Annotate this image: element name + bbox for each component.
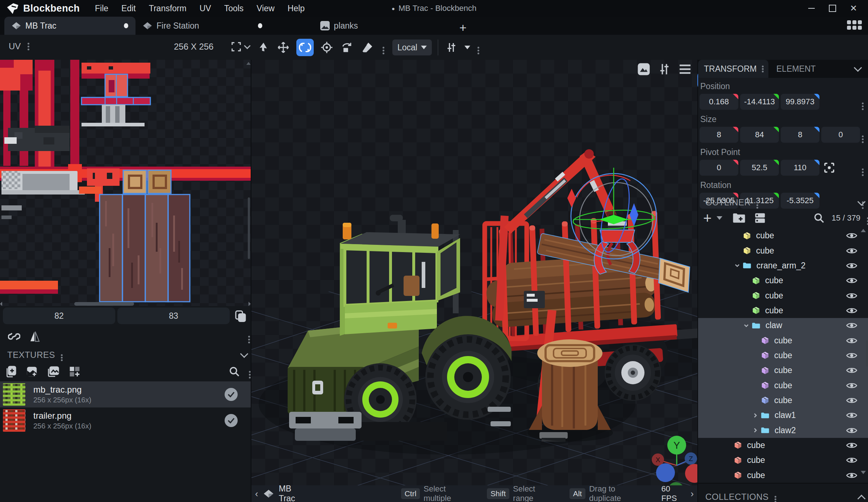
prev-view-chevron-icon[interactable]: ‹ [251,488,262,499]
viewport-sliders-icon[interactable] [658,63,671,75]
group-kebab-icon[interactable] [862,103,864,104]
add-dropdown-icon[interactable] [717,216,722,220]
outliner-row[interactable]: claw [698,318,868,333]
tab-element[interactable]: ELEMENT [776,60,816,78]
outliner-row[interactable]: cube [698,348,868,363]
add-group-icon[interactable] [733,213,746,223]
transform-tool-icon[interactable] [256,40,270,55]
visibility-eye-icon[interactable] [846,442,857,449]
outliner-kebab-icon[interactable] [756,202,758,204]
outliner-row[interactable]: crane_arm_2 [698,258,868,273]
outliner-row[interactable]: cube [698,363,868,378]
outliner-collapse-chevron-icon[interactable] [857,198,866,206]
visibility-eye-icon[interactable] [846,367,857,374]
visibility-eye-icon[interactable] [846,307,857,314]
import-images-icon[interactable] [47,366,59,377]
viewport-menu-icon[interactable] [679,64,692,75]
mirror-uv-icon[interactable] [30,331,40,342]
visibility-eye-icon[interactable] [846,472,857,479]
visibility-eye-icon[interactable] [846,247,857,255]
sliders-dropdown-icon[interactable] [464,46,470,49]
panel-collapse-chevron-icon[interactable] [854,64,862,72]
focus-pivot-icon[interactable] [821,160,837,176]
link-uv-icon[interactable] [8,331,20,342]
tools-kebab-icon[interactable] [383,47,384,49]
visibility-eye-icon[interactable] [846,382,857,389]
pivot-input[interactable]: 0 [700,160,738,176]
uv-y-input[interactable]: 83 [117,308,230,324]
move-tool-icon[interactable] [276,40,291,55]
outliner-row[interactable]: claw1 [698,408,868,423]
uv-menu-kebab-icon[interactable] [28,43,29,45]
visibility-eye-icon[interactable] [846,262,857,269]
apps-grid-icon[interactable] [847,20,863,33]
new-tab-button[interactable]: + [459,21,467,35]
outliner-row[interactable]: cube [698,468,868,483]
flip-tool-icon[interactable] [340,40,354,55]
rotate-tool-icon[interactable] [296,39,314,56]
menu-item[interactable]: Transform [143,1,192,16]
expand-chevron-icon[interactable] [743,322,752,329]
textures-kebab-icon[interactable] [61,354,63,356]
size-input[interactable]: 0 [821,127,860,143]
size-input[interactable]: 8 [781,127,819,143]
menu-item[interactable]: View [251,1,280,16]
size-input[interactable]: 84 [740,127,779,143]
group-kebab-icon[interactable] [862,168,864,170]
maximize-button[interactable] [825,1,840,15]
outliner-scrollbar[interactable] [866,340,868,367]
background-image-icon[interactable] [637,63,650,76]
import-texture-icon[interactable] [26,366,38,377]
create-texture-icon[interactable] [5,365,17,378]
outliner-row[interactable]: cube [698,228,868,243]
tab-fire-station[interactable]: Fire Station [135,17,270,35]
group-kebab-icon[interactable] [862,135,864,137]
outliner-row[interactable]: cube [698,453,868,468]
menu-item[interactable]: File [89,1,114,16]
outliner-row[interactable]: cube [698,288,868,303]
outliner-row[interactable]: cube [698,243,868,258]
next-view-chevron-icon[interactable]: › [687,488,697,499]
visibility-eye-icon[interactable] [846,337,857,344]
frame-dropdown-chevron-icon[interactable] [244,42,250,49]
outliner-row[interactable]: cube [698,378,868,393]
tab-mb-trac[interactable]: MB Trac [4,17,135,35]
menu-item[interactable]: Tools [218,1,250,16]
close-button[interactable]: ✕ [846,1,861,15]
texture-enabled-check-icon[interactable] [225,414,238,427]
visibility-eye-icon[interactable] [846,322,857,329]
toolbar-kebab-icon[interactable] [477,47,479,49]
pivot-tool-icon[interactable] [320,40,334,55]
sliders-icon[interactable] [444,40,459,55]
visibility-eye-icon[interactable] [846,277,857,284]
visibility-eye-icon[interactable] [846,232,857,239]
position-input[interactable]: 0.168 [700,94,738,110]
outliner-row[interactable]: cube [698,333,868,348]
uv-options-kebab-icon[interactable] [248,336,250,338]
expand-chevron-icon[interactable] [734,262,743,269]
textures-toolbar-kebab-icon[interactable] [249,371,251,373]
transform-kebab-icon[interactable] [762,66,764,67]
expand-chevron-icon[interactable] [752,412,761,419]
visibility-eye-icon[interactable] [846,352,857,359]
visibility-eye-icon[interactable] [846,456,857,464]
position-input[interactable]: 99.8973 [781,94,819,110]
uv-x-input[interactable]: 82 [3,308,115,324]
viewport-3d[interactable]: X Z Y [251,60,697,485]
pivot-input[interactable]: 52.5 [740,160,779,176]
toggle-hierarchy-icon[interactable] [754,212,766,224]
menu-item[interactable]: UV [194,1,217,16]
tab-planks[interactable]: planks [313,17,365,35]
texture-enabled-check-icon[interactable] [225,388,238,401]
position-input[interactable]: -14.4113 [740,94,779,110]
texture-row[interactable]: trailer.png 256 x 256px (16x) [0,407,251,434]
search-icon[interactable] [229,366,240,377]
tab-transform[interactable]: TRANSFORM [698,60,768,78]
add-cube-icon[interactable]: + [703,213,711,223]
vertex-snap-tool-icon[interactable] [360,40,375,55]
uv-editor-canvas[interactable] [0,60,251,306]
pivot-input[interactable]: 110 [781,160,819,176]
texture-row[interactable]: mb_trac.png 256 x 256px (16x) [0,381,251,407]
expand-chevron-icon[interactable] [752,427,761,434]
outliner-row[interactable]: cube [698,273,868,288]
